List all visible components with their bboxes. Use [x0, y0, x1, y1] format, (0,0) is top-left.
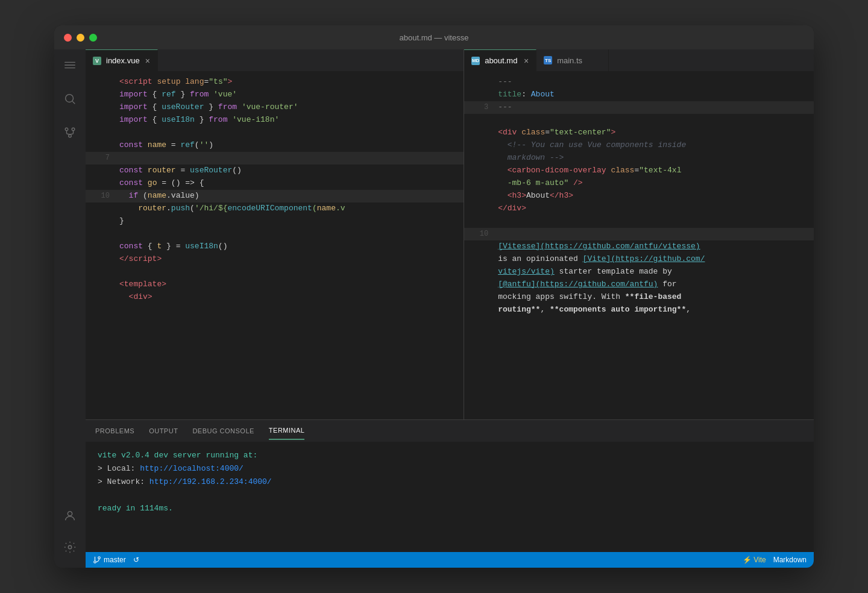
tab-problems[interactable]: PROBLEMS — [95, 422, 134, 439]
code-line: --- — [464, 76, 814, 89]
code-line: const name = ref('') — [86, 139, 464, 152]
search-icon[interactable] — [59, 88, 81, 110]
code-line: 10 — [464, 228, 814, 240]
language-status-item[interactable]: Markdown — [773, 556, 807, 564]
tab-main-ts[interactable]: TS main.ts — [536, 49, 609, 71]
code-line: <h3>About</h3> — [464, 190, 814, 202]
git-branch-item[interactable]: master — [93, 556, 126, 564]
code-line: <div class="text-center"> — [464, 127, 814, 139]
activity-bar — [54, 49, 86, 568]
right-tab-bar: MD about.md × TS main.ts — [464, 49, 814, 71]
tab-index-vue[interactable]: V index.vue × — [86, 49, 158, 71]
account-icon[interactable] — [59, 505, 81, 527]
code-line: router.push('/hi/${encodeURIComponent(na… — [86, 202, 464, 215]
title-bar: about.md — vitesse — [54, 25, 814, 49]
explorer-icon[interactable] — [59, 54, 81, 76]
code-line: </script> — [86, 253, 464, 266]
left-tab-bar: V index.vue × — [86, 49, 464, 71]
tab-output[interactable]: OUTPUT — [149, 422, 178, 439]
svg-point-10 — [68, 545, 72, 549]
minimize-button[interactable] — [77, 34, 84, 42]
status-left: master ↺ — [93, 556, 139, 564]
code-line: <!-- You can use Vue components inside — [464, 139, 814, 152]
code-line: 3 --- — [464, 101, 814, 114]
window-title: about.md — vitesse — [400, 33, 469, 42]
tab-about-md[interactable]: MD about.md × — [464, 49, 536, 71]
tab-close-about[interactable]: × — [524, 57, 529, 65]
traffic-lights — [64, 34, 97, 42]
panel-tabs: PROBLEMS OUTPUT DEBUG CONSOLE TERMINAL — [86, 420, 814, 442]
vite-label: ⚡ Vite — [743, 556, 766, 564]
svg-point-9 — [68, 512, 72, 516]
tab-debug-console[interactable]: DEBUG CONSOLE — [192, 422, 254, 439]
ts-file-icon: TS — [544, 56, 552, 64]
code-line: const go = () => { — [86, 177, 464, 190]
svg-line-1 — [72, 101, 75, 104]
terminal-line-4 — [98, 489, 802, 502]
code-line: vitejs/vite) starter template made by — [464, 266, 814, 278]
code-line: 10 if (name.value) — [86, 190, 464, 202]
editor-area: V index.vue × <script setup lang="ts"> — [86, 49, 814, 568]
status-bar: master ↺ ⚡ Vite Markdown — [86, 552, 814, 568]
maximize-button[interactable] — [89, 34, 97, 42]
close-button[interactable] — [64, 34, 72, 42]
code-line: import { ref } from 'vue' — [86, 89, 464, 101]
branch-name: master — [104, 556, 126, 564]
git-branch-icon — [93, 556, 101, 564]
code-line: <template> — [86, 278, 464, 291]
bottom-panel: PROBLEMS OUTPUT DEBUG CONSOLE TERMINAL v… — [86, 419, 814, 552]
status-right: ⚡ Vite Markdown — [743, 556, 807, 564]
sync-button[interactable]: ↺ — [133, 556, 139, 564]
code-line: is an opinionated [Vite](https://github.… — [464, 253, 814, 266]
code-line: mocking apps swiftly. With **file-based — [464, 291, 814, 304]
svg-point-3 — [72, 128, 75, 131]
svg-point-13 — [94, 561, 96, 563]
svg-line-8 — [70, 134, 74, 134]
left-editor-pane: V index.vue × <script setup lang="ts"> — [86, 49, 464, 419]
code-line: 7 — [86, 152, 464, 165]
main-layout: V index.vue × <script setup lang="ts"> — [54, 49, 814, 568]
terminal-line-2: > Local: http://localhost:4000/ — [98, 462, 802, 475]
code-line: import { useI18n } from 'vue-i18n' — [86, 114, 464, 127]
terminal-content[interactable]: vite v2.0.4 dev server running at: > Loc… — [86, 442, 814, 552]
svg-point-4 — [69, 134, 72, 137]
terminal-line-3: > Network: http://192.168.2.234:4000/ — [98, 475, 802, 489]
sync-icon: ↺ — [133, 556, 139, 564]
svg-point-2 — [65, 128, 68, 131]
tab-filename-main: main.ts — [557, 56, 582, 65]
terminal-line-5: ready in 1114ms. — [98, 502, 802, 515]
svg-point-0 — [66, 95, 74, 102]
code-line: -mb-6 m-auto" /> — [464, 177, 814, 190]
code-line: <carbon-dicom-overlay class="text-4xl — [464, 165, 814, 177]
language-label: Markdown — [773, 556, 807, 564]
tab-terminal[interactable]: TERMINAL — [269, 422, 305, 440]
md-file-icon: MD — [471, 57, 480, 65]
left-code-content[interactable]: <script setup lang="ts"> import { ref } … — [86, 71, 464, 419]
code-line — [86, 228, 464, 240]
code-line: const { t } = useI18n() — [86, 240, 464, 253]
code-line — [464, 114, 814, 127]
tab-filename-about: about.md — [485, 56, 517, 65]
right-code-content[interactable]: --- title: About 3 --- — [464, 71, 814, 419]
svg-line-6 — [67, 134, 71, 134]
app-window: about.md — vitesse — [54, 25, 814, 568]
code-line: <script setup lang="ts"> — [86, 76, 464, 89]
svg-point-12 — [98, 557, 101, 559]
vite-status-item[interactable]: ⚡ Vite — [743, 556, 766, 564]
code-line — [464, 215, 814, 228]
code-line: const router = useRouter() — [86, 165, 464, 177]
code-line: } — [86, 215, 464, 228]
terminal-line-1: vite v2.0.4 dev server running at: — [98, 449, 802, 462]
editors-container: V index.vue × <script setup lang="ts"> — [86, 49, 814, 419]
right-editor-pane: MD about.md × TS main.ts --- — [464, 49, 814, 419]
code-line: [@antfu](https://github.com/antfu) for — [464, 278, 814, 291]
source-control-icon[interactable] — [59, 122, 81, 143]
code-line: import { useRouter } from 'vue-router' — [86, 101, 464, 114]
tab-close-index[interactable]: × — [145, 57, 150, 65]
code-line: routing**, **components auto importing**… — [464, 304, 814, 316]
settings-icon[interactable] — [59, 536, 81, 558]
code-line: markdown --> — [464, 152, 814, 165]
code-line: [Vitesse](https://github.com/antfu/vites… — [464, 240, 814, 253]
tab-filename-index: index.vue — [106, 56, 140, 65]
code-line: </div> — [464, 202, 814, 215]
